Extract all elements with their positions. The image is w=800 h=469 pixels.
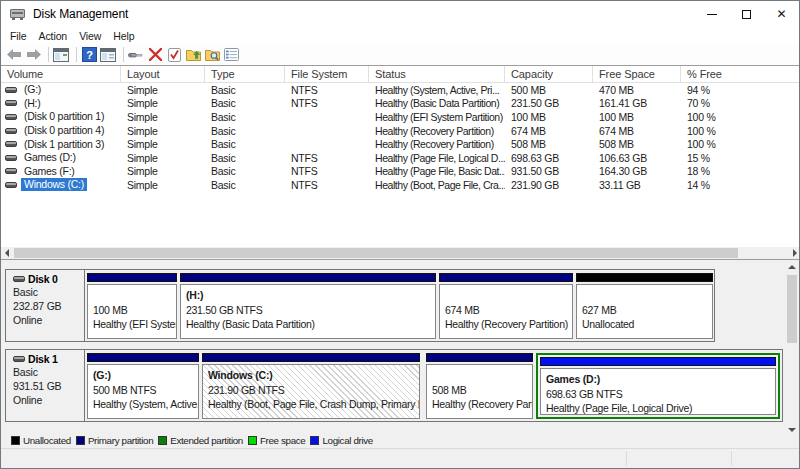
- volume-icon: [5, 155, 17, 161]
- volume-list: Volume Layout Type File System Status Ca…: [1, 65, 800, 259]
- window-title: Disk Management: [33, 7, 128, 21]
- maximize-button[interactable]: [729, 1, 764, 27]
- list-header: Volume Layout Type File System Status Ca…: [1, 66, 800, 83]
- partition-h[interactable]: (H:) 231.50 GB NTFS Healthy (Basic Data …: [180, 273, 436, 339]
- help-icon[interactable]: ?: [81, 47, 97, 63]
- back-arrow-icon[interactable]: [6, 47, 22, 63]
- menu-view[interactable]: View: [73, 30, 107, 42]
- disk-management-window: Disk Management ✕ File Action View Help …: [0, 0, 800, 469]
- partition-recovery-674[interactable]: 674 MB Healthy (Recovery Partition): [439, 273, 573, 339]
- partition-windows-c[interactable]: Windows (C:) 231.90 GB NTFS Healthy (Boo…: [202, 353, 420, 419]
- partition-efi[interactable]: 100 MB Healthy (EFI System: [87, 273, 177, 339]
- menu-help[interactable]: Help: [107, 30, 140, 42]
- table-row-games-d[interactable]: Games (D:) Simple Basic NTFS Healthy (Pa…: [1, 151, 800, 165]
- delete-icon[interactable]: [147, 47, 163, 63]
- partition-type-bar: [576, 273, 713, 282]
- legend-free-space: Free space: [248, 435, 306, 446]
- minimize-button[interactable]: [694, 1, 729, 27]
- volume-icon: [5, 128, 17, 134]
- close-icon: ✕: [776, 8, 786, 20]
- forward-arrow-icon[interactable]: [25, 47, 41, 63]
- table-row-disk1-part3[interactable]: (Disk 1 partition 3) Simple Basic Health…: [1, 137, 800, 151]
- legend-logical-drive: Logical drive: [310, 435, 372, 446]
- column-header-free-space[interactable]: Free Space: [593, 66, 681, 82]
- menu-file[interactable]: File: [10, 30, 33, 42]
- table-row-games-f[interactable]: Games (F:) Simple Basic NTFS Healthy (Pa…: [1, 165, 800, 179]
- volume-icon: [5, 87, 17, 93]
- legend-swatch-free: [248, 436, 257, 445]
- app-icon: [10, 8, 25, 21]
- partition-type-bar: [439, 273, 573, 282]
- legend-swatch-extended: [158, 436, 167, 445]
- scroll-left-icon[interactable]: [1, 247, 13, 259]
- console-tree-icon[interactable]: [100, 47, 116, 63]
- legend-extended-partition: Extended partition: [158, 435, 243, 446]
- disk-1-label[interactable]: Disk 1 Basic 931.51 GB Online: [6, 350, 85, 421]
- properties-list-icon[interactable]: [223, 47, 239, 63]
- partition-type-bar: [202, 353, 420, 362]
- disk-1-block: Disk 1 Basic 931.51 GB Online (G:) 500 M…: [5, 349, 783, 422]
- close-button[interactable]: ✕: [764, 1, 799, 27]
- svg-text:?: ?: [86, 49, 93, 61]
- maximize-icon: [742, 10, 751, 19]
- column-header-status[interactable]: Status: [369, 66, 505, 82]
- check-document-icon[interactable]: [166, 47, 182, 63]
- table-row-h[interactable]: (H:) Simple Basic NTFS Healthy (Basic Da…: [1, 97, 800, 111]
- partition-type-bar: [540, 357, 776, 366]
- legend-swatch-logical: [310, 436, 319, 445]
- hscroll-thumb[interactable]: [14, 248, 738, 258]
- list-rows: (G:) Simple Basic NTFS Healthy (System, …: [1, 83, 800, 192]
- scroll-down-icon[interactable]: [786, 424, 798, 436]
- disk-0-block: Disk 0 Basic 232.87 GB Online 100 MB Hea…: [5, 269, 715, 342]
- column-header-type[interactable]: Type: [205, 66, 285, 82]
- volume-icon: [5, 141, 17, 147]
- legend-primary-partition: Primary partition: [76, 435, 153, 446]
- volume-icon: [5, 114, 17, 120]
- status-bar: [1, 448, 800, 468]
- partition-type-bar: [87, 273, 177, 282]
- legend: Unallocated Primary partition Extended p…: [11, 432, 378, 448]
- horizontal-scrollbar[interactable]: [1, 247, 800, 259]
- disk-icon: [13, 276, 25, 282]
- table-row-disk0-part1[interactable]: (Disk 0 partition 1) Simple Basic Health…: [1, 110, 800, 124]
- scroll-right-icon[interactable]: [789, 247, 800, 259]
- partition-g[interactable]: (G:) 500 MB NTFS Healthy (System, Active…: [87, 353, 199, 419]
- partition-type-bar: [180, 273, 436, 282]
- volume-icon: [5, 182, 17, 188]
- table-row-windows-c[interactable]: Windows (C:) Simple Basic NTFS Healthy (…: [1, 178, 800, 192]
- volume-icon: [5, 168, 17, 174]
- disk-tool-icon[interactable]: [128, 47, 144, 63]
- column-header-file-system[interactable]: File System: [285, 66, 369, 82]
- extended-partition-frame[interactable]: Games (D:) 698.63 GB NTFS Healthy (Page …: [536, 353, 780, 419]
- disk-0-label[interactable]: Disk 0 Basic 232.87 GB Online: [6, 270, 85, 341]
- legend-swatch-primary: [76, 436, 85, 445]
- title-bar: Disk Management ✕: [1, 1, 799, 27]
- column-header-capacity[interactable]: Capacity: [505, 66, 593, 82]
- folder-find-icon[interactable]: [204, 47, 220, 63]
- column-header-volume[interactable]: Volume: [1, 66, 121, 82]
- vscroll-thumb[interactable]: [787, 275, 797, 343]
- partition-type-bar: [426, 353, 533, 362]
- disk-icon: [13, 356, 25, 362]
- volume-icon: [5, 100, 17, 106]
- vertical-scrollbar[interactable]: [786, 261, 798, 436]
- menu-bar: File Action View Help: [1, 27, 799, 44]
- scroll-up-icon[interactable]: [786, 261, 798, 273]
- folder-export-icon[interactable]: [185, 47, 201, 63]
- column-header-pct-free[interactable]: % Free: [681, 66, 800, 82]
- disk-graphical-pane: Disk 0 Basic 232.87 GB Online 100 MB Hea…: [1, 259, 800, 449]
- partition-type-bar: [87, 353, 199, 362]
- toolbar: ?: [1, 44, 799, 65]
- partition-unallocated[interactable]: 627 MB Unallocated: [576, 273, 713, 339]
- minimize-icon: [707, 14, 717, 15]
- partition-recovery-508[interactable]: 508 MB Healthy (Recovery Partit: [426, 353, 533, 419]
- column-header-layout[interactable]: Layout: [121, 66, 205, 82]
- menu-action[interactable]: Action: [33, 30, 74, 42]
- console-window-icon[interactable]: [53, 47, 69, 63]
- table-row-disk0-part4[interactable]: (Disk 0 partition 4) Simple Basic Health…: [1, 124, 800, 138]
- legend-swatch-unallocated: [11, 436, 20, 445]
- legend-unallocated: Unallocated: [11, 435, 71, 446]
- table-row-g[interactable]: (G:) Simple Basic NTFS Healthy (System, …: [1, 83, 800, 97]
